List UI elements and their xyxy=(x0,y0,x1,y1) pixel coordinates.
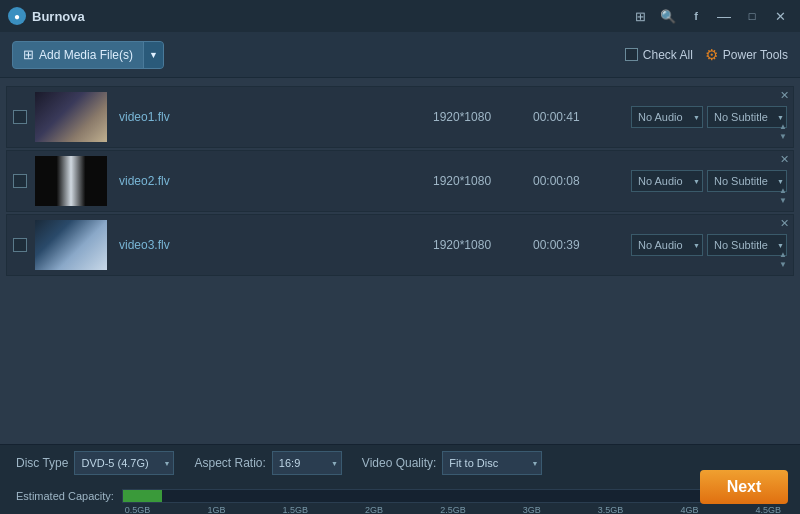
subtitle-dropdown-wrap-2[interactable]: No Subtitle xyxy=(707,170,787,192)
title-bar: ● Burnova ⊞ 🔍 f — □ ✕ xyxy=(0,0,800,32)
tick-3gb: 3GB xyxy=(523,505,541,514)
aspect-ratio-field: Aspect Ratio: 16:9 4:3 xyxy=(194,451,341,475)
app-icon: ● xyxy=(8,7,26,25)
aspect-ratio-label: Aspect Ratio: xyxy=(194,456,265,470)
arrow-up-2[interactable]: ▲ xyxy=(779,186,787,195)
table-row: video3.flv 1920*1080 00:00:39 No Audio N… xyxy=(6,214,794,276)
subtitle-dropdown-wrap-3[interactable]: No Subtitle xyxy=(707,234,787,256)
file-duration-3: 00:00:39 xyxy=(533,238,603,252)
capacity-ticks: 0.5GB 1GB 1.5GB 2GB 2.5GB 3GB 3.5GB 4GB … xyxy=(123,505,783,514)
arrow-up-3[interactable]: ▲ xyxy=(779,250,787,259)
file-thumbnail-1 xyxy=(35,92,107,142)
file-checkbox-1[interactable] xyxy=(13,110,27,124)
check-all-text: Check All xyxy=(643,48,693,62)
title-left: ● Burnova xyxy=(8,7,85,25)
app-icon-text: ● xyxy=(14,11,20,22)
maximize-btn[interactable]: □ xyxy=(740,4,764,28)
file-name-3: video3.flv xyxy=(119,238,219,252)
disc-type-select[interactable]: DVD-5 (4.7G) DVD-9 (8.5G) Blu-ray 25G Bl… xyxy=(74,451,174,475)
file-thumbnail-3 xyxy=(35,220,107,270)
file-controls-2: No Audio No Subtitle xyxy=(631,170,787,192)
power-tools-label: Power Tools xyxy=(723,48,788,62)
audio-select-1[interactable]: No Audio xyxy=(631,106,703,128)
tick-1.5gb: 1.5GB xyxy=(282,505,308,514)
file-resolution-2: 1920*1080 xyxy=(433,174,513,188)
search-icon-btn[interactable]: 🔍 xyxy=(656,4,680,28)
arrow-up-1[interactable]: ▲ xyxy=(779,122,787,131)
capacity-label: Estimated Capacity: xyxy=(16,490,114,502)
footer: Disc Type DVD-5 (4.7G) DVD-9 (8.5G) Blu-… xyxy=(0,444,800,514)
disc-type-select-wrap[interactable]: DVD-5 (4.7G) DVD-9 (8.5G) Blu-ray 25G Bl… xyxy=(74,451,174,475)
capacity-bar: 0.5GB 1GB 1.5GB 2GB 2.5GB 3GB 3.5GB 4GB … xyxy=(122,489,784,503)
next-button[interactable]: Next xyxy=(700,470,788,504)
file-duration-1: 00:00:41 xyxy=(533,110,603,124)
check-all-checkbox[interactable] xyxy=(625,48,638,61)
audio-dropdown-wrap-1[interactable]: No Audio xyxy=(631,106,703,128)
power-tools-button[interactable]: ⚙ Power Tools xyxy=(705,46,788,64)
footer-bottom: Estimated Capacity: 0.5GB 1GB 1.5GB 2GB … xyxy=(0,481,800,511)
arrow-down-2[interactable]: ▼ xyxy=(779,196,787,205)
file-resolution-1: 1920*1080 xyxy=(433,110,513,124)
audio-select-3[interactable]: No Audio xyxy=(631,234,703,256)
row-arrows-2: ▲ ▼ xyxy=(779,186,787,205)
audio-dropdown-wrap-3[interactable]: No Audio xyxy=(631,234,703,256)
toolbar-right: Check All ⚙ Power Tools xyxy=(625,46,788,64)
disc-type-field: Disc Type DVD-5 (4.7G) DVD-9 (8.5G) Blu-… xyxy=(16,451,174,475)
facebook-icon-btn[interactable]: f xyxy=(684,4,708,28)
tick-2.5gb: 2.5GB xyxy=(440,505,466,514)
file-name-1: video1.flv xyxy=(119,110,219,124)
tick-0.5gb: 0.5GB xyxy=(125,505,151,514)
aspect-ratio-select[interactable]: 16:9 4:3 xyxy=(272,451,342,475)
row-close-3[interactable]: ✕ xyxy=(780,218,789,229)
row-close-1[interactable]: ✕ xyxy=(780,90,789,101)
disc-type-label: Disc Type xyxy=(16,456,68,470)
add-media-label: Add Media File(s) xyxy=(39,48,133,62)
tick-4.5gb: 4.5GB xyxy=(755,505,781,514)
file-controls-3: No Audio No Subtitle xyxy=(631,234,787,256)
file-thumbnail-2 xyxy=(35,156,107,206)
arrow-down-1[interactable]: ▼ xyxy=(779,132,787,141)
audio-dropdown-wrap-2[interactable]: No Audio xyxy=(631,170,703,192)
row-close-2[interactable]: ✕ xyxy=(780,154,789,165)
video-quality-label: Video Quality: xyxy=(362,456,437,470)
file-controls-1: No Audio No Subtitle xyxy=(631,106,787,128)
file-duration-2: 00:00:08 xyxy=(533,174,603,188)
file-checkbox-3[interactable] xyxy=(13,238,27,252)
arrow-down-3[interactable]: ▼ xyxy=(779,260,787,269)
row-arrows-3: ▲ ▼ xyxy=(779,250,787,269)
add-icon: ⊞ xyxy=(23,47,34,62)
file-icon-btn[interactable]: ⊞ xyxy=(628,4,652,28)
file-list: video1.flv 1920*1080 00:00:41 No Audio N… xyxy=(0,78,800,444)
subtitle-select-1[interactable]: No Subtitle xyxy=(707,106,787,128)
title-controls: ⊞ 🔍 f — □ ✕ xyxy=(628,4,792,28)
tick-1gb: 1GB xyxy=(207,505,225,514)
add-media-dropdown[interactable]: ▼ xyxy=(143,42,163,68)
video-quality-select[interactable]: Fit to Disc High Medium Low xyxy=(442,451,542,475)
file-name-2: video2.flv xyxy=(119,174,219,188)
subtitle-dropdown-wrap-1[interactable]: No Subtitle xyxy=(707,106,787,128)
aspect-ratio-select-wrap[interactable]: 16:9 4:3 xyxy=(272,451,342,475)
subtitle-select-3[interactable]: No Subtitle xyxy=(707,234,787,256)
audio-select-2[interactable]: No Audio xyxy=(631,170,703,192)
toolbar: ⊞ Add Media File(s) ▼ Check All ⚙ Power … xyxy=(0,32,800,78)
row-arrows-1: ▲ ▼ xyxy=(779,122,787,141)
file-checkbox-2[interactable] xyxy=(13,174,27,188)
tick-3.5gb: 3.5GB xyxy=(598,505,624,514)
video-quality-field: Video Quality: Fit to Disc High Medium L… xyxy=(362,451,543,475)
close-btn[interactable]: ✕ xyxy=(768,4,792,28)
tick-4gb: 4GB xyxy=(680,505,698,514)
app-title: Burnova xyxy=(32,9,85,24)
check-all-label[interactable]: Check All xyxy=(625,48,693,62)
add-media-main[interactable]: ⊞ Add Media File(s) xyxy=(13,42,143,68)
add-media-button[interactable]: ⊞ Add Media File(s) ▼ xyxy=(12,41,164,69)
table-row: video2.flv 1920*1080 00:00:08 No Audio N… xyxy=(6,150,794,212)
subtitle-select-2[interactable]: No Subtitle xyxy=(707,170,787,192)
table-row: video1.flv 1920*1080 00:00:41 No Audio N… xyxy=(6,86,794,148)
footer-top: Disc Type DVD-5 (4.7G) DVD-9 (8.5G) Blu-… xyxy=(0,445,800,481)
minimize-btn[interactable]: — xyxy=(712,4,736,28)
power-tools-icon: ⚙ xyxy=(705,46,718,64)
file-resolution-3: 1920*1080 xyxy=(433,238,513,252)
tick-2gb: 2GB xyxy=(365,505,383,514)
capacity-bar-fill xyxy=(123,490,163,502)
video-quality-select-wrap[interactable]: Fit to Disc High Medium Low xyxy=(442,451,542,475)
